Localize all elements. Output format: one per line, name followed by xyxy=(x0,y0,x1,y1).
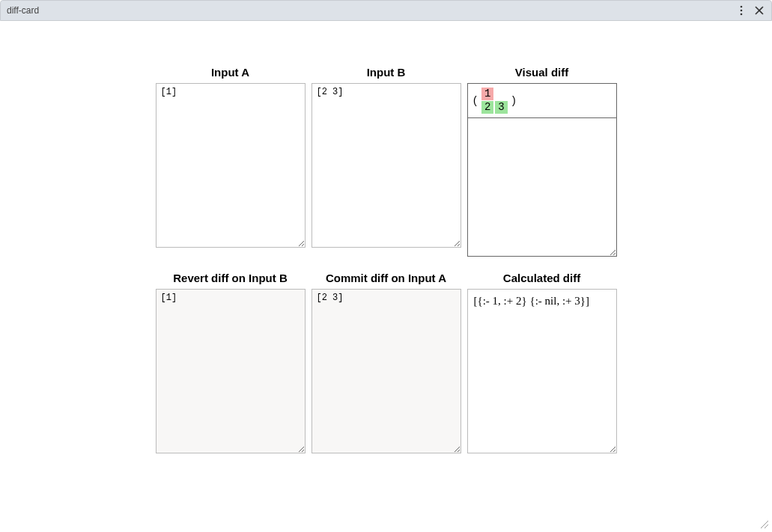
heading-commit: Commit diff on Input A xyxy=(326,272,446,284)
window-title: diff-card xyxy=(7,5,735,16)
open-paren: ( xyxy=(472,95,478,107)
svg-point-0 xyxy=(741,6,743,8)
diff-deleted-token: 1 xyxy=(481,88,493,100)
heading-input-b: Input B xyxy=(367,66,406,79)
cell-revert: Revert diff on Input B xyxy=(156,272,306,453)
visual-diff-box: ( 1 2 3 ) xyxy=(467,83,617,257)
window-resize-handle-icon[interactable] xyxy=(759,519,769,529)
heading-visual-diff: Visual diff xyxy=(515,66,568,79)
svg-line-5 xyxy=(761,521,768,528)
diff-grid: Input A Input B Visual diff ( 1 2 xyxy=(156,66,617,453)
heading-input-a: Input A xyxy=(211,66,249,79)
diff-added-row: 2 3 xyxy=(481,101,508,114)
svg-point-1 xyxy=(741,10,743,12)
titlebar-actions xyxy=(735,4,765,16)
input-a-textarea[interactable] xyxy=(156,83,306,248)
svg-line-6 xyxy=(765,525,768,528)
heading-calculated: Calculated diff xyxy=(503,272,580,284)
cell-input-a: Input A xyxy=(156,66,306,257)
cell-input-b: Input B xyxy=(311,66,461,257)
commit-output-textarea[interactable] xyxy=(311,289,461,453)
close-icon[interactable] xyxy=(753,4,765,16)
heading-revert: Revert diff on Input B xyxy=(173,272,288,284)
titlebar: diff-card xyxy=(0,0,772,21)
revert-output-textarea[interactable] xyxy=(156,289,306,453)
kebab-menu-icon[interactable] xyxy=(735,4,747,16)
calculated-diff-box: [{:- 1, :+ 2} {:- nil, :+ 3}] xyxy=(467,289,617,453)
visual-diff-content: ( 1 2 3 ) xyxy=(468,84,616,118)
cell-commit: Commit diff on Input A xyxy=(311,272,461,453)
diff-deleted-row: 1 xyxy=(481,88,493,100)
content-area: Input A Input B Visual diff ( 1 2 xyxy=(0,21,772,468)
input-b-textarea[interactable] xyxy=(311,83,461,248)
diff-stack: 1 2 3 xyxy=(481,88,508,114)
diff-added-token: 2 xyxy=(481,101,493,114)
svg-point-2 xyxy=(741,13,743,16)
cell-calculated: Calculated diff [{:- 1, :+ 2} {:- nil, :… xyxy=(467,272,617,453)
cell-visual-diff: Visual diff ( 1 2 3 ) xyxy=(467,66,617,257)
close-paren: ) xyxy=(511,95,517,107)
diff-added-token: 3 xyxy=(495,101,507,114)
